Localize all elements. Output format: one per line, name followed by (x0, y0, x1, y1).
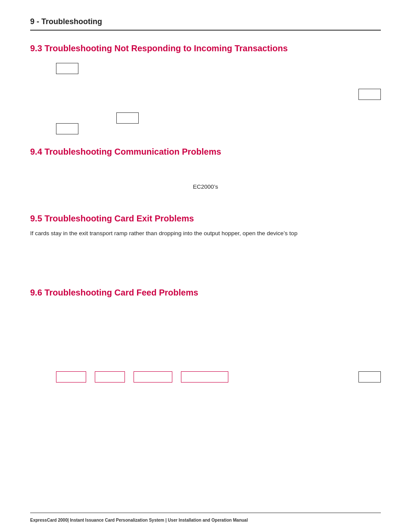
diagram-93-bottom (30, 110, 381, 136)
box-96-right (358, 371, 381, 383)
section-93-heading: 9.3 Troubleshooting Not Responding to In… (30, 44, 381, 53)
box-96-red1 (56, 371, 86, 383)
footer-text: ExpressCard 2000| Instant Issuance Card … (30, 518, 248, 523)
diagram-93-top (30, 59, 381, 80)
page-header: 9 - Troubleshooting (30, 17, 381, 31)
page-container: 9 - Troubleshooting 9.3 Troubleshooting … (0, 0, 411, 532)
box-96-red4 (181, 371, 228, 383)
section-95-body: If cards stay in the exit transport ramp… (30, 229, 381, 238)
section-94-heading: 9.4 Troubleshooting Communication Proble… (30, 147, 381, 157)
box-96-red3 (134, 371, 172, 383)
box-96-red2 (95, 371, 125, 383)
ec2000-label: EC2000’s (30, 184, 381, 190)
page-header-title: 9 - Troubleshooting (30, 17, 102, 26)
box-93-right (358, 89, 381, 100)
diagram-96-bottom (30, 355, 381, 385)
section-94: 9.4 Troubleshooting Communication Proble… (30, 147, 381, 203)
section-96-heading: 9.6 Troubleshooting Card Feed Problems (30, 288, 381, 298)
page-footer: ExpressCard 2000| Instant Issuance Card … (30, 513, 381, 523)
box-93-mid2 (56, 123, 78, 134)
section-96: 9.6 Troubleshooting Card Feed Problems (30, 288, 381, 385)
section-93: 9.3 Troubleshooting Not Responding to In… (30, 44, 381, 136)
box-93-topleft (56, 63, 78, 74)
box-93-mid1 (116, 112, 139, 124)
section-95-heading: 9.5 Troubleshooting Card Exit Problems (30, 214, 381, 224)
section-95: 9.5 Troubleshooting Card Exit Problems I… (30, 214, 381, 277)
diagram-93-mid (30, 84, 381, 106)
